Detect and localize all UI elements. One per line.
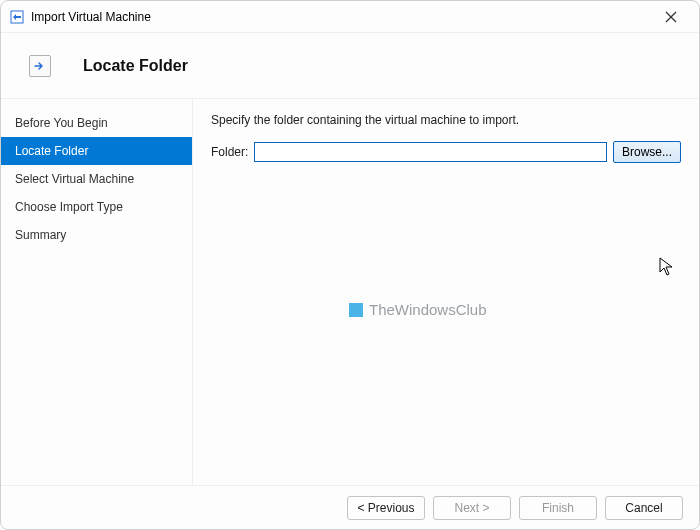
cancel-button[interactable]: Cancel xyxy=(605,496,683,520)
folder-label: Folder: xyxy=(211,145,248,159)
page-title: Locate Folder xyxy=(83,57,188,75)
previous-button[interactable]: < Previous xyxy=(347,496,425,520)
sidebar-item-before-you-begin[interactable]: Before You Begin xyxy=(1,109,192,137)
wizard-content: Specify the folder containing the virtua… xyxy=(193,99,699,485)
next-button[interactable]: Next > xyxy=(433,496,511,520)
cursor-pointer-icon xyxy=(659,257,675,280)
sidebar-item-choose-import-type[interactable]: Choose Import Type xyxy=(1,193,192,221)
finish-button[interactable]: Finish xyxy=(519,496,597,520)
sidebar-item-locate-folder[interactable]: Locate Folder xyxy=(1,137,192,165)
wizard-steps-sidebar: Before You Begin Locate Folder Select Vi… xyxy=(1,99,193,485)
import-arrow-icon xyxy=(29,55,51,77)
sidebar-item-select-virtual-machine[interactable]: Select Virtual Machine xyxy=(1,165,192,193)
instruction-text: Specify the folder containing the virtua… xyxy=(211,113,681,127)
watermark-square-icon xyxy=(349,303,363,317)
titlebar: Import Virtual Machine xyxy=(1,1,699,33)
close-button[interactable] xyxy=(651,3,691,31)
folder-input[interactable] xyxy=(254,142,607,162)
folder-row: Folder: Browse... xyxy=(211,141,681,163)
wizard-header: Locate Folder xyxy=(1,33,699,99)
wizard-body: Before You Begin Locate Folder Select Vi… xyxy=(1,99,699,485)
wizard-footer: < Previous Next > Finish Cancel xyxy=(1,485,699,529)
window-title: Import Virtual Machine xyxy=(31,10,151,24)
browse-button[interactable]: Browse... xyxy=(613,141,681,163)
app-icon xyxy=(9,9,25,25)
dialog-window: Import Virtual Machine Locate Folder Bef… xyxy=(0,0,700,530)
sidebar-item-summary[interactable]: Summary xyxy=(1,221,192,249)
watermark: TheWindowsClub xyxy=(349,301,487,318)
watermark-text: TheWindowsClub xyxy=(369,301,487,318)
